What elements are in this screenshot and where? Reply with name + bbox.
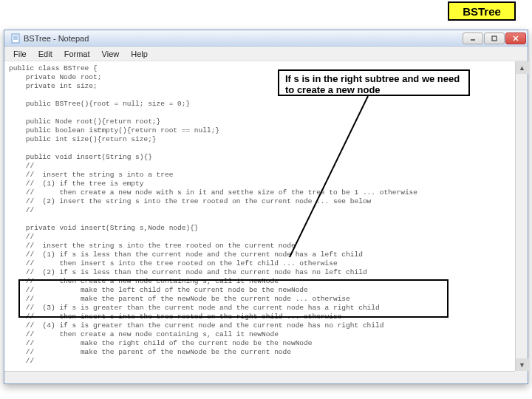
- scroll-down-icon[interactable]: ▼: [516, 358, 528, 371]
- app-icon: [10, 33, 21, 44]
- svg-rect-0: [12, 34, 19, 43]
- menu-view[interactable]: View: [96, 48, 126, 60]
- text-editor[interactable]: public class BSTree { private Node root;…: [4, 61, 515, 383]
- callout-annotation: If s is in the right subtree and we need…: [278, 69, 470, 96]
- menu-edit[interactable]: Edit: [33, 48, 58, 60]
- minimize-button[interactable]: [463, 33, 483, 44]
- window-title: BSTree - Notepad: [24, 34, 463, 43]
- menu-format[interactable]: Format: [58, 48, 96, 60]
- titlebar[interactable]: BSTree - Notepad: [4, 30, 528, 47]
- menu-file[interactable]: File: [7, 48, 33, 60]
- slide-title-label: BSTree: [448, 1, 516, 21]
- menu-help[interactable]: Help: [125, 48, 154, 60]
- maximize-button[interactable]: [484, 33, 505, 44]
- scroll-up-icon[interactable]: ▲: [516, 61, 528, 74]
- vertical-scrollbar[interactable]: ▲ ▼: [515, 61, 528, 383]
- scrollbar-corner: [515, 371, 528, 383]
- svg-rect-5: [492, 36, 497, 41]
- horizontal-scrollbar[interactable]: [4, 371, 515, 383]
- menubar: File Edit Format View Help: [4, 47, 528, 61]
- close-button[interactable]: [505, 33, 526, 44]
